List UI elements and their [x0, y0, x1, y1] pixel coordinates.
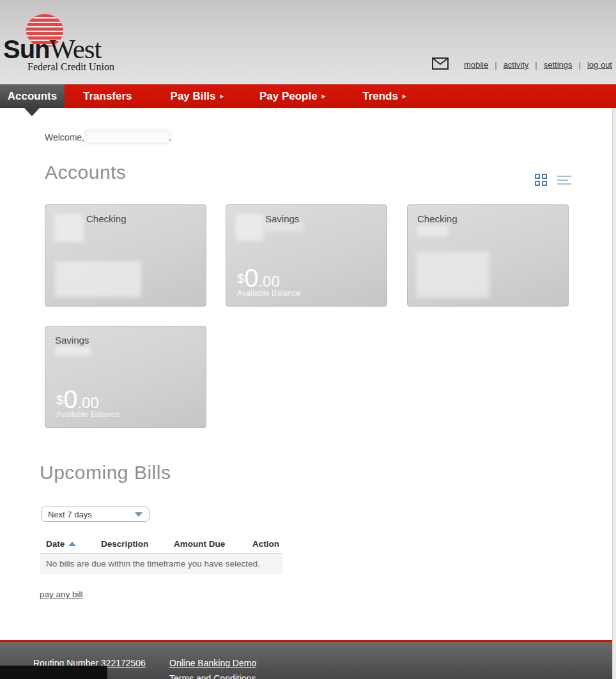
account-type-label: Savings — [55, 335, 89, 346]
redacted-account-avatar — [235, 214, 263, 241]
nav-tab-pay-bills[interactable]: Pay Bills▸ — [158, 84, 236, 108]
nav-tab-label: Accounts — [8, 90, 57, 103]
timeframe-dropdown-value: Next 7 days — [48, 510, 135, 519]
available-balance-label: Available Balance — [237, 289, 300, 298]
logo-text: SunWest — [3, 33, 101, 65]
timeframe-dropdown[interactable]: Next 7 days — [41, 507, 150, 522]
main-nav: Accounts Transfers Pay Bills▸ Pay People… — [0, 84, 616, 108]
pay-any-bill-link[interactable]: pay any bill — [40, 590, 83, 599]
available-balance-label: Available Balance — [56, 410, 119, 419]
list-view-icon[interactable] — [557, 174, 571, 186]
column-header-description[interactable]: Description — [101, 539, 148, 549]
page-header: SunWest Federal Credit Union mobile | ac… — [0, 0, 616, 84]
redacted-user-name — [87, 132, 169, 142]
chevron-right-icon: ▸ — [220, 92, 224, 100]
upcoming-bills-table: Date Description Amount Due Action No bi… — [40, 537, 282, 574]
redacted-account-number — [417, 225, 448, 236]
link-settings[interactable]: settings — [544, 60, 573, 70]
welcome-prefix: Welcome, — [45, 132, 84, 142]
sunwest-logo[interactable]: SunWest Federal Credit Union — [3, 9, 131, 79]
terms-and-conditions-link[interactable]: Terms and Conditions — [169, 673, 256, 679]
separator: | — [579, 60, 581, 70]
column-header-action[interactable]: Action — [252, 539, 279, 549]
nav-tab-label: Trends — [362, 90, 398, 103]
scrollbar[interactable] — [612, 108, 616, 679]
account-type-label: Checking — [417, 213, 458, 224]
account-type-label: Savings — [265, 213, 299, 224]
accounts-section-title: Accounts — [45, 162, 126, 183]
header-utility-links: mobile | activity | settings | log out — [432, 57, 612, 72]
nav-tab-label: Pay People — [259, 90, 318, 103]
redacted-balance — [416, 252, 489, 298]
logo-subtitle: Federal Credit Union — [27, 61, 114, 73]
account-card-checking-1[interactable]: Checking — [45, 204, 206, 307]
chevron-right-icon: ▸ — [403, 92, 406, 100]
table-header-row: Date Description Amount Due Action — [40, 537, 282, 554]
logo-word-sun: Sun — [3, 35, 50, 63]
online-banking-demo-link[interactable]: Online Banking Demo — [169, 658, 256, 668]
redacted-balance — [55, 261, 141, 297]
account-card-checking-2[interactable]: Checking — [407, 204, 569, 307]
nav-tab-accounts[interactable]: Accounts — [0, 84, 65, 108]
browser-status-bubble — [0, 666, 107, 679]
nav-tab-trends[interactable]: Trends▸ — [350, 84, 419, 108]
account-type-label: Checking — [86, 213, 127, 224]
column-header-amount-due[interactable]: Amount Due — [174, 539, 225, 549]
welcome-message: Welcome, . — [45, 132, 171, 142]
link-activity[interactable]: activity — [504, 60, 529, 70]
empty-table-message: No bills are due within the timeframe yo… — [40, 554, 282, 574]
nav-tab-label: Transfers — [83, 90, 132, 103]
active-tab-pointer — [24, 108, 40, 116]
nav-tab-pay-people[interactable]: Pay People▸ — [247, 84, 338, 108]
link-logout[interactable]: log out — [587, 60, 612, 70]
account-card-savings-1[interactable]: Savings $0.00 Available Balance — [226, 204, 387, 307]
view-toggle — [535, 174, 571, 187]
account-card-savings-2[interactable]: Savings $0.00 Available Balance — [45, 326, 206, 428]
separator: | — [535, 60, 537, 70]
redacted-account-number — [55, 346, 91, 356]
logo-word-west: West — [50, 34, 102, 64]
mail-icon[interactable] — [432, 57, 449, 72]
link-mobile[interactable]: mobile — [464, 60, 488, 70]
welcome-suffix: . — [169, 132, 171, 142]
chevron-down-icon — [135, 512, 142, 517]
sort-ascending-icon — [68, 542, 76, 546]
upcoming-bills-section-title: Upcoming Bills — [40, 462, 171, 484]
nav-tab-transfers[interactable]: Transfers — [70, 84, 145, 108]
chevron-right-icon: ▸ — [322, 92, 326, 100]
redacted-account-avatar — [54, 214, 84, 242]
nav-tab-label: Pay Bills — [171, 90, 216, 103]
column-header-date[interactable]: Date — [46, 539, 76, 549]
grid-view-icon[interactable] — [535, 174, 548, 187]
separator: | — [495, 60, 497, 70]
